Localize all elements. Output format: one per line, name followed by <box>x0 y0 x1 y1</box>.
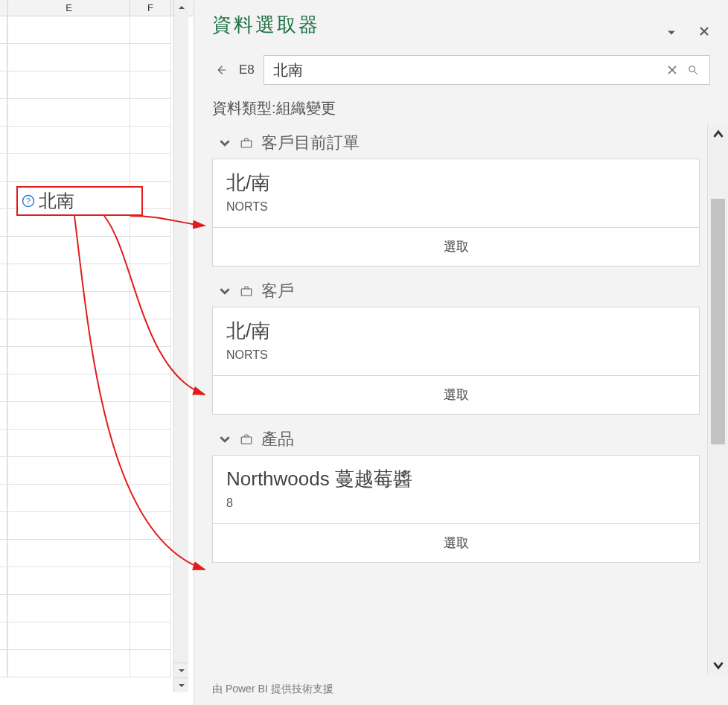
grid-row[interactable] <box>0 374 194 402</box>
grid-row[interactable] <box>0 430 194 457</box>
grid-row[interactable] <box>0 264 194 292</box>
scroll-down2-icon[interactable] <box>174 677 188 692</box>
grid-row[interactable] <box>0 44 194 71</box>
result-card: 北/南NORTS選取 <box>212 159 700 267</box>
scroll-track[interactable] <box>174 15 188 663</box>
briefcase-icon <box>239 432 254 447</box>
select-button[interactable]: 選取 <box>213 523 699 562</box>
search-box <box>264 55 710 85</box>
svg-rect-3 <box>241 141 252 147</box>
grid-row[interactable] <box>0 237 194 264</box>
grid-row[interactable] <box>0 71 194 99</box>
clear-button[interactable] <box>662 60 683 80</box>
grid-row[interactable] <box>0 347 194 374</box>
result-title: 北/南 <box>226 170 686 196</box>
scroll-up-icon[interactable] <box>174 0 188 15</box>
grid-row[interactable] <box>0 595 194 622</box>
grid-row[interactable] <box>0 16 194 44</box>
select-button[interactable]: 選取 <box>213 227 699 266</box>
chevron-down-icon[interactable] <box>218 284 232 298</box>
question-mark-icon: ? <box>21 194 36 208</box>
result-subtitle: NORTS <box>226 348 686 362</box>
chevron-down-icon[interactable] <box>218 433 232 446</box>
back-button[interactable] <box>212 61 230 79</box>
briefcase-icon <box>239 284 254 299</box>
grid-row[interactable] <box>0 485 194 512</box>
group-name: 客戶 <box>261 280 294 302</box>
results-scroll-down-icon[interactable] <box>708 654 728 675</box>
group-header[interactable]: 客戶目前訂單 <box>212 124 700 159</box>
svg-text:?: ? <box>26 197 31 205</box>
search-input[interactable] <box>273 62 662 79</box>
pane-title: 資料選取器 <box>212 12 320 38</box>
sheet-scrollbar[interactable] <box>173 0 188 692</box>
cell-reference: E8 <box>239 63 255 77</box>
result-subtitle: NORTS <box>226 200 686 214</box>
spreadsheet-area: E F // placeholder; rows generated below… <box>0 0 194 705</box>
result-title: 北/南 <box>226 318 686 344</box>
pane-menu-button[interactable] <box>661 22 682 43</box>
svg-rect-5 <box>241 437 252 444</box>
group-header[interactable]: 客戶 <box>212 272 700 307</box>
results-scroll-up-icon[interactable] <box>708 124 728 145</box>
select-button[interactable]: 選取 <box>213 375 699 414</box>
svg-rect-4 <box>241 289 252 296</box>
col-header-e[interactable]: E <box>7 0 130 16</box>
grid-row[interactable] <box>0 540 194 567</box>
briefcase-icon <box>239 135 254 150</box>
group-name: 客戶目前訂單 <box>261 132 360 154</box>
search-row: E8 <box>194 49 728 98</box>
results-scroll-thumb[interactable] <box>711 199 725 444</box>
result-card: Northwoods 蔓越莓醬8選取 <box>212 455 700 563</box>
data-selector-pane: 資料選取器 E8 資料類型:組織變更 客戶目前訂單北/南NORTS選取客戶北/南… <box>194 0 728 705</box>
grid-row[interactable] <box>0 622 194 650</box>
data-type-label: 資料類型:組織變更 <box>194 98 728 124</box>
svg-point-2 <box>689 66 695 72</box>
grid-row[interactable] <box>0 512 194 540</box>
result-card: 北/南NORTS選取 <box>212 307 700 415</box>
column-headers: E F <box>0 0 194 16</box>
col-header-f[interactable]: F <box>130 0 171 16</box>
cell-value: 北南 <box>39 189 74 213</box>
grid-row[interactable] <box>0 457 194 485</box>
pane-header: 資料選取器 <box>194 0 728 49</box>
result-subtitle: 8 <box>226 497 686 510</box>
grid-row[interactable] <box>0 402 194 430</box>
selected-cell[interactable]: ? 北南 <box>16 186 143 216</box>
grid-row[interactable] <box>0 567 194 595</box>
result-title: Northwoods 蔓越莓醬 <box>226 466 686 492</box>
grid[interactable]: // placeholder; rows generated below by … <box>0 16 194 677</box>
grid-row[interactable] <box>0 650 194 677</box>
chevron-down-icon[interactable] <box>218 136 232 150</box>
grid-row[interactable] <box>0 154 194 182</box>
search-button[interactable] <box>683 60 703 80</box>
grid-row[interactable] <box>0 292 194 319</box>
pane-footer: 由 Power BI 提供技術支援 <box>194 675 728 705</box>
grid-row[interactable] <box>0 127 194 154</box>
scroll-down-icon[interactable] <box>174 663 188 677</box>
close-button[interactable] <box>694 21 715 42</box>
results-scrollbar[interactable] <box>707 124 728 675</box>
grid-row[interactable] <box>0 319 194 347</box>
grid-row[interactable] <box>0 99 194 127</box>
group-name: 產品 <box>261 428 294 450</box>
group-header[interactable]: 產品 <box>212 421 700 455</box>
results-list: 客戶目前訂單北/南NORTS選取客戶北/南NORTS選取產品Northwoods… <box>194 124 707 675</box>
